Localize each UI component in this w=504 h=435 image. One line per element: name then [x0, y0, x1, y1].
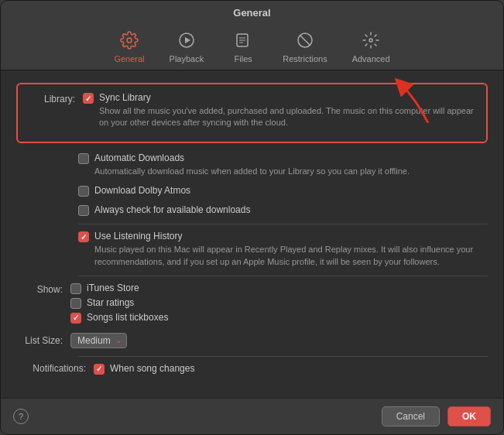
- star-ratings-label: Star ratings: [87, 297, 134, 308]
- show-section: Show: iTunes Store Star ratings Songs li…: [16, 283, 488, 327]
- list-size-select[interactable]: Small Medium Large: [70, 333, 127, 348]
- window-title: General: [1, 7, 503, 19]
- content-area: Library: Sync Library Show all the music…: [1, 70, 503, 398]
- auto-downloads-row: Automatic Downloads: [78, 152, 488, 164]
- dolby-checkbox[interactable]: [78, 186, 89, 197]
- notifications-label: Notifications:: [16, 363, 94, 374]
- listening-history-section: Use Listening History Music played on th…: [16, 231, 488, 268]
- itunes-store-label: iTunes Store: [87, 283, 139, 293]
- sync-library-desc: Show all the music you've added, purchas…: [99, 105, 475, 129]
- toolbar: General Playback: [1, 25, 503, 70]
- divider-2: [78, 276, 488, 276]
- songs-tickboxes-row: Songs list tickboxes: [70, 312, 488, 324]
- listening-history-checkbox[interactable]: [78, 231, 89, 242]
- sync-library-checkbox[interactable]: [83, 93, 94, 104]
- ok-button[interactable]: OK: [447, 406, 491, 426]
- songs-tickboxes-label: Songs list tickboxes: [87, 312, 168, 323]
- sync-library-label: Sync Library: [99, 92, 151, 103]
- listening-history-desc: Music played on this Mac will appear in …: [94, 244, 488, 268]
- bottom-bar: ? Cancel OK: [1, 398, 503, 434]
- tab-restrictions-label: Restrictions: [283, 54, 327, 63]
- tab-restrictions[interactable]: Restrictions: [270, 25, 339, 70]
- restrictions-icon: [294, 29, 316, 51]
- divider-3: [78, 356, 488, 357]
- dolby-section: Download Dolby Atmos: [16, 185, 488, 197]
- library-row: Library: Sync Library Show all the music…: [29, 92, 475, 129]
- library-section: Library: Sync Library Show all the music…: [16, 83, 488, 143]
- svg-line-7: [300, 36, 310, 46]
- dolby-row: Download Dolby Atmos: [78, 185, 488, 197]
- when-song-changes-label: When song changes: [110, 363, 194, 374]
- list-size-label: List Size:: [16, 335, 70, 346]
- notifications-section: Notifications: When song changes: [16, 363, 488, 375]
- star-ratings-checkbox[interactable]: [70, 298, 81, 309]
- listening-history-label: Use Listening History: [94, 231, 182, 241]
- cancel-button[interactable]: Cancel: [382, 406, 440, 426]
- available-downloads-row: Always check for available downloads: [78, 204, 488, 216]
- notifications-checkbox[interactable]: [94, 364, 105, 375]
- title-bar: General General: [1, 1, 503, 70]
- sync-library-row: Sync Library: [83, 92, 475, 104]
- svg-marker-1: [185, 37, 190, 43]
- available-downloads-label: Always check for available downloads: [94, 204, 250, 215]
- library-label: Library:: [29, 92, 83, 104]
- svg-point-8: [369, 39, 372, 42]
- dolby-label: Download Dolby Atmos: [94, 185, 190, 196]
- tab-general-label: General: [114, 54, 144, 63]
- tab-advanced[interactable]: Advanced: [340, 25, 403, 70]
- show-label: Show:: [16, 283, 70, 295]
- tab-files[interactable]: Files: [216, 25, 270, 70]
- gear-icon: [118, 29, 140, 51]
- auto-downloads-checkbox[interactable]: [78, 153, 89, 164]
- itunes-store-checkbox[interactable]: [70, 283, 81, 294]
- available-downloads-section: Always check for available downloads: [16, 204, 488, 216]
- bottom-right-buttons: Cancel OK: [382, 406, 491, 426]
- available-downloads-checkbox[interactable]: [78, 205, 89, 216]
- playback-icon: [176, 29, 197, 51]
- list-size-wrapper: Small Medium Large: [70, 333, 127, 348]
- show-options: iTunes Store Star ratings Songs list tic…: [70, 283, 488, 327]
- divider-1: [78, 224, 488, 224]
- itunes-store-row: iTunes Store: [70, 283, 488, 294]
- tab-files-label: Files: [235, 54, 252, 63]
- auto-downloads-label: Automatic Downloads: [94, 152, 184, 163]
- star-ratings-row: Star ratings: [70, 297, 488, 309]
- preferences-window: General General: [0, 0, 504, 435]
- files-icon: [232, 29, 254, 51]
- library-content: Sync Library Show all the music you've a…: [83, 92, 475, 129]
- list-size-section: List Size: Small Medium Large: [16, 333, 488, 348]
- auto-downloads-desc: Automatically download music when added …: [94, 166, 488, 177]
- help-button[interactable]: ?: [13, 409, 29, 424]
- listening-history-row: Use Listening History: [78, 231, 488, 242]
- advanced-icon: [360, 29, 382, 51]
- tab-general[interactable]: General: [101, 25, 156, 70]
- tab-advanced-label: Advanced: [352, 54, 390, 63]
- songs-tickboxes-checkbox[interactable]: [70, 313, 81, 324]
- auto-downloads-section: Automatic Downloads Automatically downlo…: [16, 152, 488, 177]
- tab-playback-label: Playback: [170, 54, 204, 63]
- tab-playback[interactable]: Playback: [157, 25, 217, 70]
